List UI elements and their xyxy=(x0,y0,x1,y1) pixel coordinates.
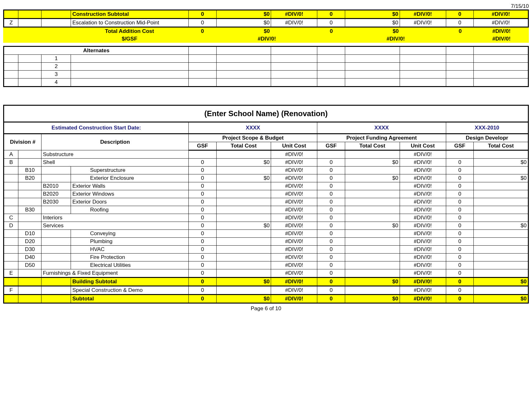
cell: F xyxy=(4,286,18,295)
cell: D30 xyxy=(18,246,41,254)
cell: 0 xyxy=(317,10,345,19)
cell xyxy=(18,190,41,198)
cell: 0 xyxy=(317,174,345,182)
cell: 0 xyxy=(189,286,217,295)
cell xyxy=(345,261,400,269)
cell xyxy=(216,238,271,246)
cell: #DIV/0! xyxy=(216,35,317,43)
cell: B30 xyxy=(18,206,41,214)
cell: C xyxy=(4,214,18,222)
cell: 0 xyxy=(189,269,217,278)
cell xyxy=(216,206,271,214)
cell xyxy=(474,261,529,269)
alternate-row: 3 xyxy=(4,71,529,79)
cell xyxy=(474,190,529,198)
cell: #DIV/0! xyxy=(271,190,317,198)
cell: $0 xyxy=(345,10,400,19)
cell: 0 xyxy=(189,246,217,254)
cell: 0 xyxy=(446,278,474,286)
cell: #DIV/0! xyxy=(474,19,529,27)
cell: 0 xyxy=(189,261,217,269)
special-label: Special Construction & Demo xyxy=(71,286,189,295)
cell: #DIV/0! xyxy=(271,206,317,214)
alternate-number: 3 xyxy=(41,71,71,79)
cell xyxy=(216,230,271,238)
cell: #DIV/0! xyxy=(271,182,317,190)
school-title: (Enter School Name) (Renovation) xyxy=(4,105,529,122)
cell: $0 xyxy=(216,278,271,286)
cell xyxy=(216,190,271,198)
cell xyxy=(4,166,18,174)
cell: $0 xyxy=(216,19,271,27)
date-col-3: XXX-2010 xyxy=(446,122,528,134)
cell: 0 xyxy=(189,214,217,222)
cell: #DIV/0! xyxy=(271,269,317,278)
cell: #DIV/0! xyxy=(400,295,446,303)
cell: 0 xyxy=(446,286,474,295)
cell: 0 xyxy=(317,295,345,303)
cell: 0 xyxy=(317,269,345,278)
cell: 0 xyxy=(317,261,345,269)
cell xyxy=(345,254,400,261)
cell: #DIV/0! xyxy=(271,286,317,295)
cell: A xyxy=(4,150,18,159)
cell: $0 xyxy=(345,222,400,230)
cell: 0 xyxy=(317,222,345,230)
construction-subtotal-row: Construction Subtotal 0 $0 #DIV/0! 0 $0 … xyxy=(4,10,529,19)
cell: #DIV/0! xyxy=(271,246,317,254)
cell: 0 xyxy=(446,166,474,174)
group-scope-budget: Project Scope & Budget xyxy=(189,134,317,142)
cell: 0 xyxy=(189,278,217,286)
cell: 0 xyxy=(446,198,474,206)
cell: D40 xyxy=(18,254,41,261)
cell xyxy=(18,182,41,190)
special-construction-row: F Special Construction & Demo 0 #DIV/0! … xyxy=(4,286,529,295)
cell: B2010 xyxy=(41,182,71,190)
cell xyxy=(474,198,529,206)
cell: #DIV/0! xyxy=(271,278,317,286)
cell: $0 xyxy=(216,174,271,182)
cell: 0 xyxy=(446,261,474,269)
cell xyxy=(216,214,271,222)
cell xyxy=(345,166,400,174)
cell xyxy=(41,206,71,214)
cell xyxy=(18,269,41,278)
cell: $0 xyxy=(216,28,271,35)
cell xyxy=(345,150,400,159)
cell: #DIV/0! xyxy=(271,222,317,230)
cell xyxy=(4,206,18,214)
cell: #DIV/0! xyxy=(400,261,446,269)
total-addition-block: Total Addition Cost 0 $0 0 $0 0 #DIV/0! … xyxy=(3,28,529,43)
alternate-number: 1 xyxy=(41,55,71,63)
cell: B2030 xyxy=(41,198,71,206)
cell: 0 xyxy=(189,19,217,27)
table-row: ASubstructure#DIV/0!#DIV/0! xyxy=(4,150,529,159)
cell xyxy=(216,261,271,269)
cell: 0 xyxy=(446,214,474,222)
cell: #DIV/0! xyxy=(271,254,317,261)
date-col-1: XXXX xyxy=(189,122,317,134)
cell: 0 xyxy=(446,28,474,35)
cell xyxy=(41,254,71,261)
cell: 0 xyxy=(446,190,474,198)
escalation-label: Escalation to Construction Mid-Point xyxy=(71,19,189,27)
cell: #DIV/0! xyxy=(474,10,529,19)
cell: #DIV/0! xyxy=(400,222,446,230)
cell: #DIV/0! xyxy=(400,166,446,174)
cell xyxy=(4,246,18,254)
alternates-table: Alternates 1234 xyxy=(3,46,529,87)
cell: HVAC xyxy=(71,246,189,254)
cell: D20 xyxy=(18,238,41,246)
table-row: B2030Exterior Doors0#DIV/0!0#DIV/0!0 xyxy=(4,198,529,206)
cell: 0 xyxy=(446,246,474,254)
cell xyxy=(474,150,529,159)
cell: #DIV/0! xyxy=(271,19,317,27)
cell xyxy=(4,174,18,182)
alternate-row: 2 xyxy=(4,63,529,71)
cell: Services xyxy=(41,222,189,230)
cell: 0 xyxy=(189,159,217,166)
cell: #DIV/0! xyxy=(400,238,446,246)
cell: #DIV/0! xyxy=(400,198,446,206)
cell: 0 xyxy=(317,286,345,295)
cell: 0 xyxy=(317,254,345,261)
